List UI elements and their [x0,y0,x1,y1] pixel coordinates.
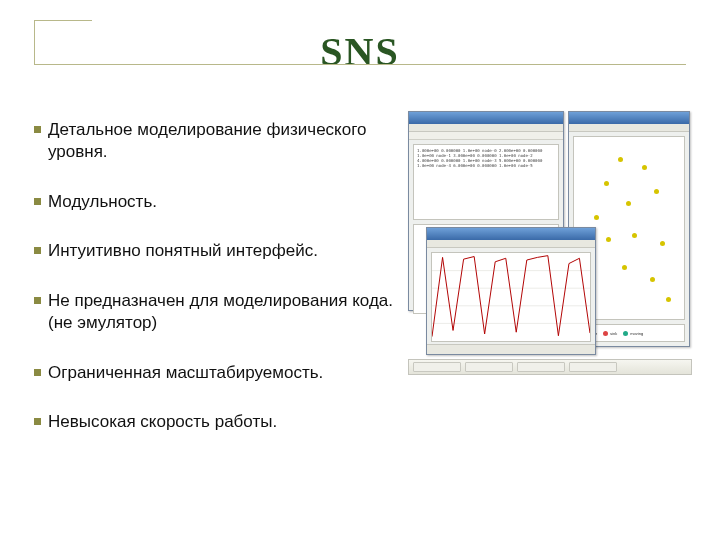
sensor-node-icon [622,265,627,270]
app-window-plot [426,227,596,355]
content-row: Детальное моделирование физического уров… [34,119,686,461]
window-titlebar [569,112,689,124]
bullet-item: Детальное моделирование физического уров… [34,119,394,163]
window-titlebar [427,228,595,240]
bullet-item: Модульность. [34,191,394,213]
window-toolbar [409,132,563,140]
sensor-node-icon [660,241,665,246]
task-tab [465,362,513,372]
task-tab [413,362,461,372]
sensor-node-icon [606,237,611,242]
decorative-rule [34,64,686,65]
log-panel: 1.000e+00 0.000000 1.0e+00 node-0 2.000e… [413,144,559,220]
sensor-node-icon [654,189,659,194]
bullet-item: Невысокая скорость работы. [34,411,394,433]
window-menubar [427,240,595,248]
bullet-item: Интуитивно понятный интерфейс. [34,240,394,262]
sensor-node-icon [618,157,623,162]
window-titlebar [409,112,563,124]
decorative-rule [34,20,92,21]
sensor-node-icon [642,165,647,170]
window-statusbar [427,344,595,354]
task-tab [517,362,565,372]
legend-item: moving [623,331,643,336]
task-tab [569,362,617,372]
signal-plot [431,252,591,342]
sensor-node-icon [666,297,671,302]
bullet-item: Ограниченная масштабируемость. [34,362,394,384]
task-strip [408,359,692,375]
decorative-rule [34,20,35,64]
bullet-item: Не предназначен для моделирования кода. … [34,290,394,334]
sensor-node-icon [626,201,631,206]
legend-item: sink [603,331,617,336]
sensor-node-icon [650,277,655,282]
window-menubar [409,124,563,132]
window-menubar [569,124,689,132]
page-title: SNS [34,28,686,75]
sensor-node-icon [604,181,609,186]
sensor-node-icon [632,233,637,238]
screenshot-composite: 1.000e+00 0.000000 1.0e+00 node-0 2.000e… [408,111,686,371]
slide: SNS Детальное моделирование физического … [0,0,720,540]
bullet-list: Детальное моделирование физического уров… [34,119,394,461]
sensor-node-icon [594,215,599,220]
